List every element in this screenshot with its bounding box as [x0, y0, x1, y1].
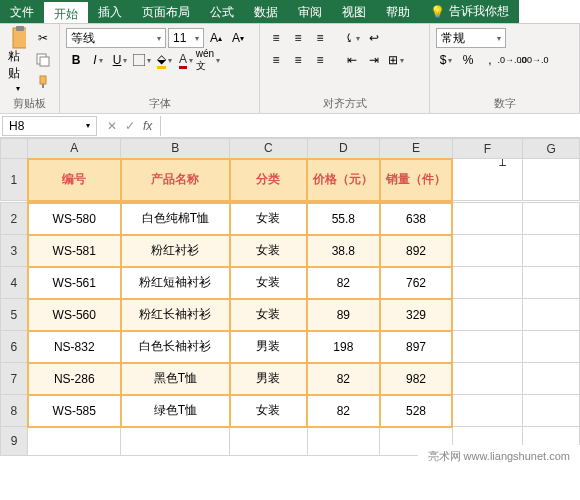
cell[interactable]: WS-560: [28, 299, 121, 331]
align-center-button[interactable]: ≡: [288, 50, 308, 70]
cell[interactable]: 粉红长袖衬衫: [121, 299, 230, 331]
tab-help[interactable]: 帮助: [376, 0, 420, 23]
cell[interactable]: 89: [307, 299, 380, 331]
cell[interactable]: 女装: [230, 235, 307, 267]
cell[interactable]: WS-581: [28, 235, 121, 267]
row-header[interactable]: 7: [1, 363, 28, 395]
cell[interactable]: [452, 203, 522, 235]
cell[interactable]: 82: [307, 363, 380, 395]
name-box[interactable]: H8▾: [2, 116, 97, 136]
cell[interactable]: WS-585: [28, 395, 121, 427]
col-header[interactable]: E: [380, 139, 453, 159]
cell[interactable]: [121, 427, 230, 456]
cell[interactable]: NS-832: [28, 331, 121, 363]
cell[interactable]: [523, 267, 580, 299]
cell[interactable]: 分类: [230, 159, 307, 201]
italic-button[interactable]: I: [88, 50, 108, 70]
orientation-button[interactable]: ⤹: [342, 28, 362, 48]
tab-insert[interactable]: 插入: [88, 0, 132, 23]
cell[interactable]: [523, 331, 580, 363]
cell[interactable]: [452, 331, 522, 363]
cell[interactable]: 产品名称: [121, 159, 230, 201]
cell[interactable]: 女装: [230, 395, 307, 427]
cell[interactable]: WS-580: [28, 203, 121, 235]
wrap-text-button[interactable]: ↩: [364, 28, 384, 48]
col-header[interactable]: F: [452, 139, 522, 159]
cell[interactable]: [452, 159, 522, 201]
fx-button[interactable]: fx: [143, 119, 152, 133]
formula-input[interactable]: [160, 116, 580, 136]
row-header[interactable]: 9: [1, 427, 28, 456]
col-header[interactable]: C: [230, 139, 307, 159]
align-top-button[interactable]: ≡: [266, 28, 286, 48]
col-header[interactable]: D: [307, 139, 380, 159]
cell[interactable]: [452, 267, 522, 299]
number-format-select[interactable]: 常规: [436, 28, 506, 48]
tab-formula[interactable]: 公式: [200, 0, 244, 23]
col-header[interactable]: B: [121, 139, 230, 159]
cell[interactable]: WS-561: [28, 267, 121, 299]
tab-tell-me[interactable]: 💡告诉我你想: [420, 0, 519, 23]
cell[interactable]: 白色长袖衬衫: [121, 331, 230, 363]
cell[interactable]: 销量（件）: [380, 159, 453, 201]
row-header[interactable]: 8: [1, 395, 28, 427]
cell[interactable]: 粉红短袖衬衫: [121, 267, 230, 299]
cell[interactable]: [452, 363, 522, 395]
cell[interactable]: 38.8: [307, 235, 380, 267]
enter-formula-button[interactable]: ✓: [125, 119, 135, 133]
row-header[interactable]: 5: [1, 299, 28, 331]
row-header[interactable]: 6: [1, 331, 28, 363]
decrease-indent-button[interactable]: ⇤: [342, 50, 362, 70]
cell[interactable]: NS-286: [28, 363, 121, 395]
cell[interactable]: [523, 299, 580, 331]
cell[interactable]: 897: [380, 331, 453, 363]
cell[interactable]: 638: [380, 203, 453, 235]
decrease-font-button[interactable]: A▾: [228, 28, 248, 48]
cell[interactable]: 329: [380, 299, 453, 331]
cell[interactable]: 编号: [28, 159, 121, 201]
percent-button[interactable]: %: [458, 50, 478, 70]
cell[interactable]: [230, 427, 307, 456]
col-header[interactable]: G: [523, 139, 580, 159]
align-right-button[interactable]: ≡: [310, 50, 330, 70]
cell[interactable]: 82: [307, 267, 380, 299]
font-color-button[interactable]: A: [176, 50, 196, 70]
cell[interactable]: [523, 395, 580, 427]
increase-font-button[interactable]: A▴: [206, 28, 226, 48]
cell[interactable]: 198: [307, 331, 380, 363]
cell[interactable]: [523, 203, 580, 235]
align-middle-button[interactable]: ≡: [288, 28, 308, 48]
cell[interactable]: 白色纯棉T恤: [121, 203, 230, 235]
tab-home[interactable]: 开始: [44, 0, 88, 23]
align-left-button[interactable]: ≡: [266, 50, 286, 70]
merge-button[interactable]: ⊞: [386, 50, 406, 70]
cell[interactable]: 892: [380, 235, 453, 267]
fill-color-button[interactable]: ⬙: [154, 50, 174, 70]
row-header[interactable]: 4: [1, 267, 28, 299]
copy-button[interactable]: [33, 50, 53, 70]
cell[interactable]: [28, 427, 121, 456]
phonetic-button[interactable]: wén文: [198, 50, 218, 70]
cell[interactable]: 762: [380, 267, 453, 299]
tab-data[interactable]: 数据: [244, 0, 288, 23]
currency-button[interactable]: $: [436, 50, 456, 70]
format-painter-button[interactable]: [33, 72, 53, 92]
worksheet[interactable]: A B C D E F G 1 编号 产品名称 分类 价格（元） 销量（件） 2…: [0, 138, 580, 468]
increase-indent-button[interactable]: ⇥: [364, 50, 384, 70]
cell[interactable]: [523, 363, 580, 395]
cancel-formula-button[interactable]: ✕: [107, 119, 117, 133]
border-button[interactable]: [132, 50, 152, 70]
tab-review[interactable]: 审阅: [288, 0, 332, 23]
row-header[interactable]: 3: [1, 235, 28, 267]
cell[interactable]: 绿色T恤: [121, 395, 230, 427]
underline-button[interactable]: U: [110, 50, 130, 70]
cell[interactable]: 男装: [230, 363, 307, 395]
cell[interactable]: 女装: [230, 203, 307, 235]
cell[interactable]: 黑色T恤: [121, 363, 230, 395]
cell[interactable]: [452, 235, 522, 267]
cell[interactable]: 982: [380, 363, 453, 395]
row-header[interactable]: 1: [1, 159, 28, 201]
cut-button[interactable]: ✂: [33, 28, 53, 48]
tab-view[interactable]: 视图: [332, 0, 376, 23]
cell[interactable]: [452, 395, 522, 427]
